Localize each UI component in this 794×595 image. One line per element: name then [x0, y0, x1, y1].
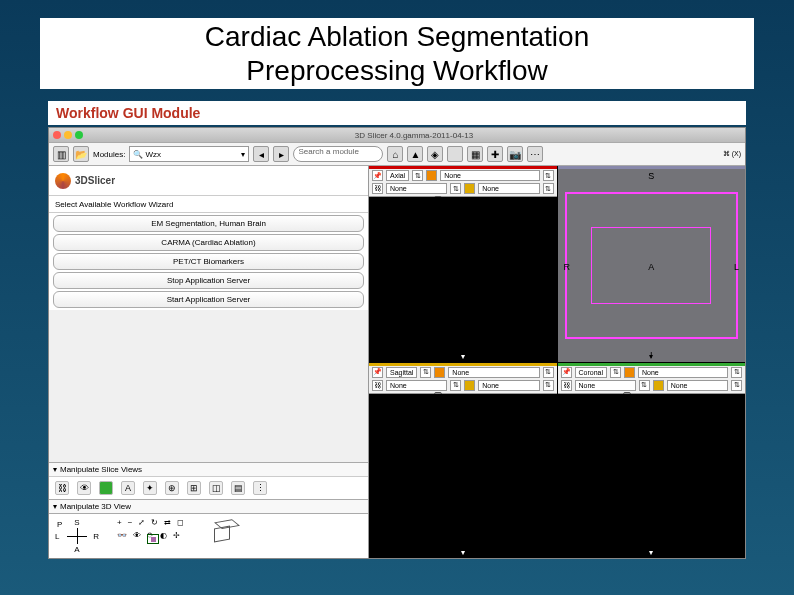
fit-icon[interactable]: ◫ [209, 481, 223, 495]
zoom-icon[interactable] [75, 131, 83, 139]
fg-select[interactable]: None [478, 380, 539, 391]
chevron-down-icon[interactable]: ▾ [649, 548, 653, 557]
label-select[interactable]: None [638, 367, 728, 378]
link-icon[interactable]: ⛓ [372, 183, 383, 194]
chevron-down-icon[interactable]: ▾ [649, 352, 653, 361]
label-select[interactable]: None [448, 367, 539, 378]
wizard-item-carma[interactable]: CARMA (Cardiac Ablation) [53, 234, 364, 251]
back-icon[interactable]: ◂ [253, 146, 269, 162]
link-icon[interactable]: ⛓ [372, 380, 383, 391]
step-icon[interactable]: ⇅ [450, 380, 461, 391]
label-select[interactable]: None [440, 170, 539, 181]
modules-label: Modules: [93, 150, 125, 159]
wizard-item-petct[interactable]: PET/CT Biomarkers [53, 253, 364, 270]
wizard-item-start[interactable]: Start Application Server [53, 291, 364, 308]
viewport-sagittal[interactable]: 📌 Sagittal ⇅ None ⇅ ⛓ None ⇅ No [369, 363, 557, 559]
link-icon[interactable]: ⛓ [55, 481, 69, 495]
orientation-compass[interactable]: S A L R P [55, 518, 99, 554]
compass-icon[interactable]: ✦ [143, 481, 157, 495]
chevron-down-icon: ▾ [53, 465, 57, 474]
screenshot-icon[interactable]: 📷 [507, 146, 523, 162]
bg-select[interactable]: None [575, 380, 636, 391]
stereo-icon[interactable]: 👓 [117, 531, 127, 540]
pin-icon[interactable]: 📌 [372, 367, 383, 378]
module-selector[interactable]: 🔍Wzx▾ [129, 146, 249, 162]
viewport-3d[interactable]: S R A L I ▾ [558, 166, 746, 362]
origin-icon[interactable]: ⊕ [165, 481, 179, 495]
layout-icon[interactable]: ▦ [467, 146, 483, 162]
viewport-axial[interactable]: 📌 Axial ⇅ None ⇅ ⛓ None ⇅ None [369, 166, 557, 362]
slice-views-section[interactable]: ▾ Manipulate Slice Views [49, 462, 368, 476]
link-icon[interactable]: ⛓ [561, 380, 572, 391]
bg-select[interactable]: None [386, 183, 447, 194]
rock-icon[interactable]: ⇄ [164, 518, 171, 527]
fg-select[interactable]: None [667, 380, 728, 391]
step-icon[interactable]: ⇅ [543, 170, 554, 181]
bg-color-icon[interactable]: ◐ [160, 531, 167, 540]
rotate-icon[interactable]: ↻ [151, 518, 158, 527]
models-icon[interactable]: ▲ [407, 146, 423, 162]
green-dot-icon[interactable] [99, 481, 113, 495]
open-icon[interactable]: 📂 [73, 146, 89, 162]
step-icon[interactable]: ⇅ [420, 367, 431, 378]
bg-select[interactable]: None [386, 380, 447, 391]
step-icon[interactable]: ⇅ [639, 380, 650, 391]
pin-icon[interactable]: 📌 [561, 367, 572, 378]
annotation-icon[interactable]: A [121, 481, 135, 495]
label-layer-icon[interactable] [434, 367, 445, 378]
spacing-icon[interactable]: ⋮ [253, 481, 267, 495]
label-layer-icon[interactable] [426, 170, 437, 181]
step-icon[interactable]: ⇅ [610, 367, 621, 378]
fg-layer-icon[interactable] [464, 183, 475, 194]
viewport-coronal[interactable]: 📌 Coronal ⇅ None ⇅ ⛓ None ⇅ Non [558, 363, 746, 559]
wizard-item-em[interactable]: EM Segmentation, Human Brain [53, 215, 364, 232]
slide-title: Cardiac Ablation Segmentation Preprocess… [0, 0, 794, 97]
home-icon[interactable]: ⌂ [387, 146, 403, 162]
step-icon[interactable]: ⇅ [543, 367, 554, 378]
center-icon[interactable]: ⊞ [187, 481, 201, 495]
close-icon[interactable] [53, 131, 61, 139]
more-icon[interactable]: ⋯ [527, 146, 543, 162]
search-input[interactable]: Search a module [293, 146, 383, 162]
step-icon[interactable]: ⇅ [450, 183, 461, 194]
labels-icon[interactable]: ▤ [231, 481, 245, 495]
volume-icon[interactable]: ◈ [427, 146, 443, 162]
load-scene-icon[interactable]: ▥ [53, 146, 69, 162]
eye-icon[interactable]: 👁 [77, 481, 91, 495]
axes-icon[interactable]: ✢ [173, 531, 180, 540]
main-toolbar: ▥ 📂 Modules: 🔍Wzx▾ ◂ ▸ Search a module ⌂… [49, 142, 745, 166]
fg-layer-icon[interactable] [464, 380, 475, 391]
plane-select[interactable]: Coronal [575, 367, 608, 378]
step-icon[interactable]: ⇅ [412, 170, 423, 181]
forward-icon[interactable]: ▸ [273, 146, 289, 162]
crosshair-icon[interactable]: ✚ [487, 146, 503, 162]
step-icon[interactable]: ⇅ [543, 380, 554, 391]
fg-select[interactable]: None [478, 183, 539, 194]
lookfrom-icon[interactable]: ⤢ [138, 518, 145, 527]
plane-select[interactable]: Axial [386, 170, 409, 181]
view-cube[interactable] [202, 518, 242, 550]
red-slice-icon[interactable] [447, 146, 463, 162]
chevron-down-icon: ▾ [53, 502, 57, 511]
visibility-icon[interactable]: 👁 [133, 531, 141, 540]
label-a: A [648, 262, 654, 272]
fg-layer-icon[interactable] [653, 380, 664, 391]
label-s: S [648, 171, 654, 181]
chevron-down-icon[interactable]: ▾ [461, 352, 465, 361]
chevron-down-icon[interactable]: ▾ [461, 548, 465, 557]
zoom-out-icon[interactable]: − [128, 518, 133, 527]
plane-select[interactable]: Sagittal [386, 367, 417, 378]
label-r: R [564, 262, 571, 272]
app-window: 3D Slicer 4.0.gamma-2011-04-13 ▥ 📂 Modul… [48, 127, 746, 559]
ortho-icon[interactable]: ◻ [177, 518, 184, 527]
step-icon[interactable]: ⇅ [731, 367, 742, 378]
label-layer-icon[interactable] [624, 367, 635, 378]
pin-icon[interactable]: 📌 [372, 170, 383, 181]
slicer-logo-icon [55, 173, 71, 189]
3d-view-section[interactable]: ▾ Manipulate 3D View [49, 499, 368, 513]
step-icon[interactable]: ⇅ [543, 183, 554, 194]
minimize-icon[interactable] [64, 131, 72, 139]
zoom-in-icon[interactable]: + [117, 518, 122, 527]
step-icon[interactable]: ⇅ [731, 380, 742, 391]
wizard-item-stop[interactable]: Stop Application Server [53, 272, 364, 289]
